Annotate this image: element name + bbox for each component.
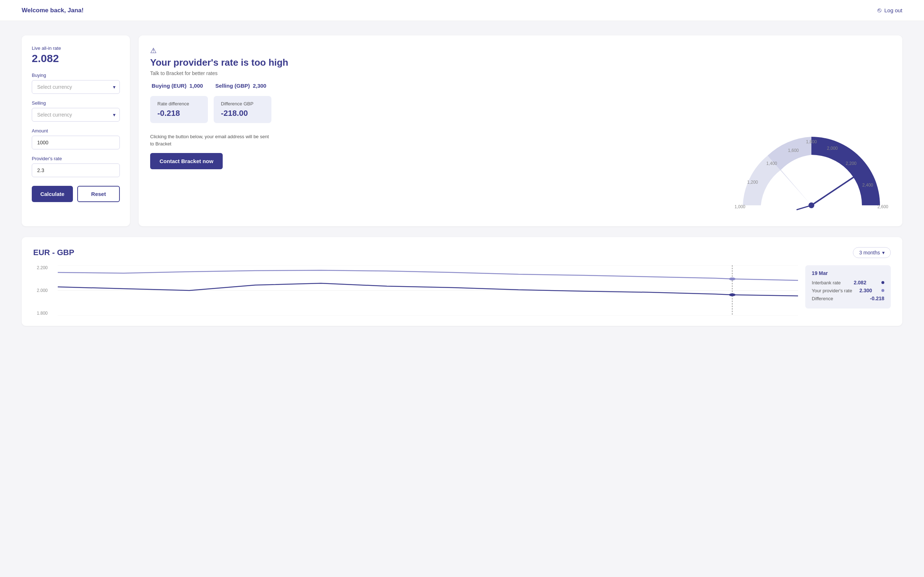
main-content: Live all-in rate 2.082 Buying Select cur… [0,21,924,340]
chart-title: EUR - GBP [33,248,74,257]
warning-header: ⚠ [150,45,891,55]
buying-field-group: Buying Select currency [32,73,120,94]
tooltip-date: 19 Mar [812,270,884,276]
rate-left: Clicking the button below, your email ad… [150,133,725,169]
gauge-label-2600: 2,600 [877,204,888,209]
buying-select[interactable]: Select currency [32,80,120,94]
rate-diff-card: Rate difference -0.218 [150,96,208,123]
rate-content: Clicking the button below, your email ad… [150,133,891,216]
welcome-text: Welcome back, Jana! [22,7,84,14]
calc-buttons: Calculate Reset [32,186,120,202]
tooltip-interbank-value: 2.082 [854,280,866,285]
rate-details-row: Buying (EUR) 1,000 Selling (GBP) 2,300 [150,83,891,89]
gauge-segment-blue [811,137,880,205]
rate-diff-label: Rate difference [157,101,201,106]
rate-diff-value: -0.218 [157,109,201,118]
selling-field-group: Selling Select currency [32,100,120,122]
gauge-label-1200: 1,200 [747,180,758,185]
tooltip-interbank-label: Interbank rate [812,280,841,285]
diff-gbp-label: Difference GBP [221,101,264,106]
provider-line [58,270,798,280]
buying-select-wrapper: Select currency [32,80,120,94]
gauge-needle [811,173,860,205]
live-rate-value: 2.082 [32,52,120,64]
chart-y-labels: 2.200 2.000 1.800 [33,265,48,316]
tooltip-diff-label: Difference [812,296,833,301]
selling-select-wrapper: Select currency [32,108,120,122]
reset-button[interactable]: Reset [77,186,120,202]
tooltip-provider-label: Your provider's rate [812,288,852,293]
gauge-label-1600: 1,600 [788,148,799,153]
diff-cards: Rate difference -0.218 Difference GBP -2… [150,96,891,123]
gauge-label-2200: 2,200 [846,161,856,166]
y-label-top: 2.200 [33,265,48,270]
header: Welcome back, Jana! ⎋ Log out [0,0,924,21]
gauge-label-1000: 1,000 [735,204,745,209]
selling-select[interactable]: Select currency [32,108,120,122]
y-label-bot: 1.800 [33,311,48,316]
calculator-panel: Live all-in rate 2.082 Buying Select cur… [22,35,130,226]
chart-panel: EUR - GBP 3 months ▾ 2.200 2.000 1.800 [22,237,902,326]
provider-indicator [881,289,884,292]
tooltip-row-provider: Your provider's rate 2.300 [812,288,884,293]
selling-detail-label: Selling (GBP) [215,83,250,89]
tooltip-row-interbank: Interbank rate 2.082 [812,280,884,285]
tooltip-provider-value: 2.300 [859,288,872,293]
logout-label: Log out [884,7,902,13]
selling-label: Selling [32,100,120,106]
rate-panel-title: Your provider's rate is too high [150,57,891,68]
buying-detail-value: 1,000 [189,83,203,89]
live-rate-label: Live all-in rate [32,45,120,51]
tooltip-row-diff: Difference -0.218 [812,295,884,301]
chart-tooltip: 19 Mar Interbank rate 2.082 Your provide… [805,265,891,308]
providers-rate-input[interactable] [32,163,120,177]
gauge-container: 1,000 1,200 1,400 1,600 1,800 2,000 2,20… [732,133,891,216]
buying-detail-label: Buying (EUR) [152,83,187,89]
logout-button[interactable]: ⎋ Log out [877,6,902,14]
gauge-label-1400: 1,400 [766,161,777,166]
providers-rate-label: Provider's rate [32,156,120,161]
diff-gbp-card: Difference GBP -218.00 [214,96,271,123]
top-row: Live all-in rate 2.082 Buying Select cur… [22,35,902,226]
gauge-label-1800: 1,800 [806,139,817,144]
period-chevron-icon: ▾ [882,250,885,255]
providers-rate-field-group: Provider's rate [32,156,120,177]
gauge-label-2000: 2,000 [827,146,838,151]
chart-area: 2.200 2.000 1.800 [33,265,891,316]
period-selector[interactable]: 3 months ▾ [853,247,891,258]
gauge-label-2400: 2,400 [862,182,873,188]
email-notice: Clicking the button below, your email ad… [150,133,273,147]
period-label: 3 months [859,250,880,255]
interbank-line [58,283,798,296]
amount-input[interactable] [32,136,120,149]
chart-main [58,265,798,316]
buying-label: Buying [32,73,120,78]
logout-icon: ⎋ [877,6,881,14]
chart-header: EUR - GBP 3 months ▾ [33,247,891,258]
y-label-mid: 2.000 [33,288,48,293]
amount-field-group: Amount [32,128,120,149]
buying-detail: Buying (EUR) 1,000 [150,83,203,89]
selling-detail: Selling (GBP) 2,300 [214,83,266,89]
provider-dot [729,277,735,280]
calculate-button[interactable]: Calculate [32,186,73,202]
selling-detail-value: 2,300 [253,83,266,89]
gauge-center-dot [808,202,814,208]
chart-line-svg [58,265,798,316]
rate-panel-subtitle: Talk to Bracket for better rates [150,70,891,76]
warning-icon: ⚠ [150,46,156,55]
contact-button[interactable]: Contact Bracket now [150,153,223,169]
amount-label: Amount [32,128,120,134]
diff-gbp-value: -218.00 [221,109,264,118]
tooltip-diff-value: -0.218 [870,295,884,301]
rate-panel: ⚠ Your provider's rate is too high Talk … [139,35,902,226]
gauge-svg: 1,000 1,200 1,400 1,600 1,800 2,000 2,20… [732,133,891,216]
interbank-indicator [881,281,884,284]
interbank-dot [729,293,735,296]
